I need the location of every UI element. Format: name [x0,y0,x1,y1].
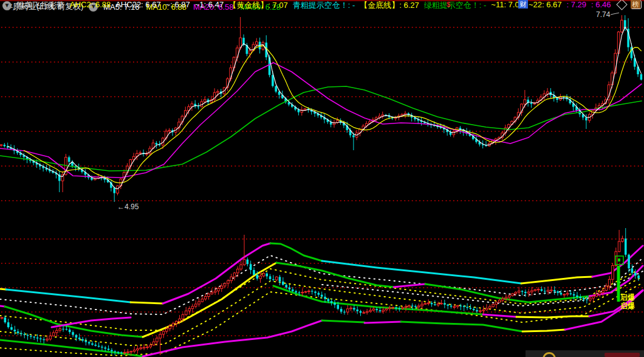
signal-label: 启爆 [620,293,635,302]
indicator-value: : 6.46 [591,0,611,11]
indicator-value: : 7.29 [567,0,587,11]
watermark-text-blob [605,353,640,357]
indicator-name: 唯美飞行彩带 [17,0,64,11]
signal-bar [617,266,620,302]
ribbon-bands [0,243,643,356]
indicator-value: ~1: 6.47 [195,0,224,11]
divider-badge[interactable]: 财 [518,0,528,9]
indicator-value: 绿粗提示空仓！: - [424,0,487,11]
indicator-value: ~: 6.87 [166,0,190,11]
watermark-logo-icon [543,352,556,357]
charts-canvas[interactable]: 7.74←4.95启爆启爆 [0,0,644,357]
indicator-value: 青粗提示空仓！: - [293,0,355,11]
indicator-values: AHC2: 6.88AHC22: 6.67~: 6.87~1: 6.47【黄金线… [70,0,611,11]
indicator-value: 【黄金线】: 7.07 [228,0,288,11]
trading-app-window: { "header": { "stock_title": "丰原药业(日线.前复… [0,0,644,357]
main-chart-gridlines [1,27,643,201]
divider-badge[interactable]: 榜 [631,0,640,9]
divider-badge[interactable]: $ [444,0,453,9]
indicator-value: ~22: 6.67 [529,0,562,11]
chevron-down-circle-icon[interactable]: ▼ [2,1,12,10]
diamond-icon[interactable] [616,0,627,10]
indicator-value: AHC2: 6.88 [70,0,111,11]
indicator-value: AHC22: 6.67 [115,0,160,11]
watermark-strip [526,350,644,357]
indicator-value: 【金底线】: 6.27 [360,0,419,11]
price-label: 7.74 [596,10,611,19]
price-annotations: 7.74←4.95 [117,10,619,211]
price-label: ←4.95 [117,203,139,211]
signal-label: 启爆 [620,302,635,310]
main-chart-ma-lines [0,27,642,189]
